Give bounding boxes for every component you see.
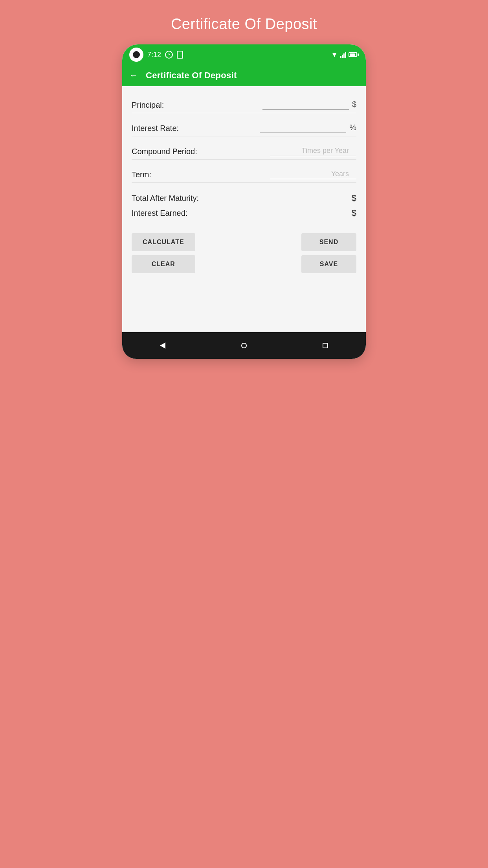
principal-suffix: $ [352,100,356,110]
battery-icon [349,52,359,57]
content-area: Principal: $ Interest Rate: % Compound P… [122,86,366,332]
recents-nav-icon[interactable] [323,343,328,348]
interest-earned-row: Interest Earned: $ [132,206,356,221]
wifi-icon: ▼ [331,51,338,59]
buttons-section: CALCULATE CLEAR SEND SAVE [132,233,356,273]
nav-bar [122,332,366,359]
home-nav-icon[interactable] [241,343,247,348]
term-input[interactable] [270,169,356,179]
clear-button[interactable]: CLEAR [132,255,195,273]
interest-earned-value: $ [352,208,356,218]
interest-rate-label: Interest Rate: [132,124,179,133]
total-maturity-row: Total After Maturity: $ [132,191,356,206]
interest-rate-input-wrapper: % [260,123,356,133]
app-bar-title: Certificate Of Deposit [146,70,237,81]
phone-frame: 7:12 ▼ [122,44,366,359]
status-time: 7:12 [147,51,161,59]
principal-label: Principal: [132,101,164,110]
save-button[interactable]: SAVE [301,255,356,273]
compound-period-label: Compound Period: [132,147,197,156]
term-label: Term: [132,170,151,179]
principal-input[interactable] [262,99,349,110]
status-right: ▼ [331,51,359,59]
page-title: Certificate Of Deposit [163,0,325,44]
clock-icon [165,51,173,59]
signal-icon [340,51,346,58]
total-maturity-value: $ [352,193,356,203]
calculate-button[interactable]: CALCULATE [132,233,195,251]
send-button[interactable]: SEND [301,233,356,251]
principal-input-wrapper: $ [262,99,356,110]
compound-period-row: Compound Period: [132,140,356,160]
camera-lens [133,51,140,58]
btn-left-group: CALCULATE CLEAR [132,233,195,273]
camera-icon [129,48,143,62]
status-bar: 7:12 ▼ [122,44,366,65]
interest-rate-input[interactable] [260,123,346,133]
status-left: 7:12 [129,48,183,62]
interest-earned-label: Interest Earned: [132,209,187,218]
sim-icon [177,51,183,59]
results-section: Total After Maturity: $ Interest Earned:… [132,191,356,224]
compound-period-input-wrapper [270,146,356,156]
back-nav-icon[interactable] [160,342,165,349]
interest-rate-row: Interest Rate: % [132,117,356,136]
term-input-wrapper [270,169,356,179]
btn-right-group: SEND SAVE [301,233,356,273]
term-row: Term: [132,164,356,183]
total-maturity-label: Total After Maturity: [132,194,199,203]
compound-period-input[interactable] [270,146,356,156]
interest-rate-suffix: % [349,123,356,133]
back-button[interactable]: ← [129,70,138,81]
app-bar: ← Certificate Of Deposit [122,65,366,86]
principal-row: Principal: $ [132,94,356,113]
spacer [132,273,356,320]
